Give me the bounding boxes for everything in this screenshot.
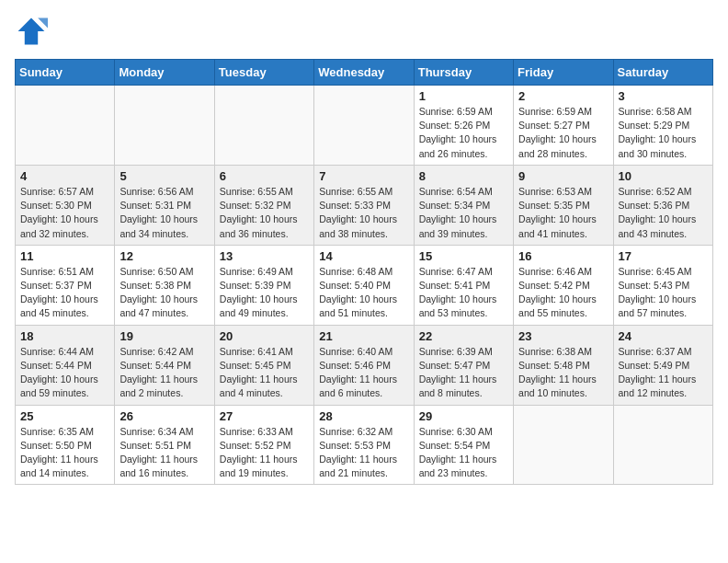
page-container: SundayMondayTuesdayWednesdayThursdayFrid…	[0, 0, 728, 494]
calendar-cell: 1Sunrise: 6:59 AM Sunset: 5:26 PM Daylig…	[414, 86, 513, 166]
day-number: 14	[319, 249, 408, 263]
calendar-cell: 12Sunrise: 6:50 AM Sunset: 5:38 PM Dayli…	[115, 245, 214, 325]
day-number: 12	[119, 249, 209, 263]
day-number: 27	[220, 409, 309, 423]
day-number: 16	[518, 249, 608, 263]
day-info: Sunrise: 6:42 AM Sunset: 5:44 PM Dayligh…	[119, 345, 209, 401]
day-info: Sunrise: 6:34 AM Sunset: 5:51 PM Dayligh…	[119, 425, 209, 481]
weekday-saturday: Saturday	[613, 60, 712, 86]
day-number: 26	[119, 409, 209, 423]
calendar-cell: 11Sunrise: 6:51 AM Sunset: 5:37 PM Dayli…	[16, 245, 115, 325]
header	[15, 15, 713, 48]
calendar-cell: 20Sunrise: 6:41 AM Sunset: 5:45 PM Dayli…	[214, 325, 313, 405]
calendar-cell: 9Sunrise: 6:53 AM Sunset: 5:35 PM Daylig…	[514, 165, 613, 245]
day-number: 7	[319, 169, 408, 183]
day-number: 21	[319, 329, 408, 343]
day-number: 20	[220, 329, 309, 343]
calendar-cell: 22Sunrise: 6:39 AM Sunset: 5:47 PM Dayli…	[414, 325, 513, 405]
day-info: Sunrise: 6:49 AM Sunset: 5:39 PM Dayligh…	[220, 265, 309, 321]
day-number: 4	[20, 169, 109, 183]
day-info: Sunrise: 6:53 AM Sunset: 5:35 PM Dayligh…	[518, 185, 608, 241]
calendar-cell: 19Sunrise: 6:42 AM Sunset: 5:44 PM Dayli…	[115, 325, 214, 405]
weekday-header-row: SundayMondayTuesdayWednesdayThursdayFrid…	[16, 60, 713, 86]
day-info: Sunrise: 6:57 AM Sunset: 5:30 PM Dayligh…	[20, 185, 109, 241]
day-info: Sunrise: 6:58 AM Sunset: 5:29 PM Dayligh…	[619, 105, 708, 161]
calendar-cell: 29Sunrise: 6:30 AM Sunset: 5:54 PM Dayli…	[414, 405, 513, 485]
calendar-cell: 14Sunrise: 6:48 AM Sunset: 5:40 PM Dayli…	[314, 245, 414, 325]
calendar-cell: 4Sunrise: 6:57 AM Sunset: 5:30 PM Daylig…	[16, 165, 115, 245]
calendar-cell: 28Sunrise: 6:32 AM Sunset: 5:53 PM Dayli…	[314, 405, 414, 485]
day-info: Sunrise: 6:39 AM Sunset: 5:47 PM Dayligh…	[419, 345, 508, 401]
calendar-cell	[514, 405, 613, 485]
calendar-cell: 24Sunrise: 6:37 AM Sunset: 5:49 PM Dayli…	[613, 325, 712, 405]
calendar-cell: 17Sunrise: 6:45 AM Sunset: 5:43 PM Dayli…	[613, 245, 712, 325]
day-info: Sunrise: 6:30 AM Sunset: 5:54 PM Dayligh…	[419, 425, 508, 481]
day-number: 15	[419, 249, 508, 263]
calendar-cell	[16, 86, 115, 166]
day-number: 25	[20, 409, 109, 423]
calendar-cell	[314, 86, 414, 166]
day-info: Sunrise: 6:33 AM Sunset: 5:52 PM Dayligh…	[220, 425, 309, 481]
day-number: 24	[619, 329, 708, 343]
calendar-cell: 2Sunrise: 6:59 AM Sunset: 5:27 PM Daylig…	[514, 86, 613, 166]
day-info: Sunrise: 6:56 AM Sunset: 5:31 PM Dayligh…	[119, 185, 209, 241]
calendar-cell: 25Sunrise: 6:35 AM Sunset: 5:50 PM Dayli…	[16, 405, 115, 485]
calendar-cell: 10Sunrise: 6:52 AM Sunset: 5:36 PM Dayli…	[613, 165, 712, 245]
day-number: 9	[518, 169, 608, 183]
weekday-thursday: Thursday	[414, 60, 513, 86]
day-number: 19	[119, 329, 209, 343]
logo-icon	[15, 15, 48, 48]
day-info: Sunrise: 6:46 AM Sunset: 5:42 PM Dayligh…	[518, 265, 608, 321]
weekday-sunday: Sunday	[16, 60, 115, 86]
day-number: 28	[319, 409, 408, 423]
calendar-cell	[115, 86, 214, 166]
calendar-cell: 27Sunrise: 6:33 AM Sunset: 5:52 PM Dayli…	[214, 405, 313, 485]
calendar-cell	[214, 86, 313, 166]
calendar-cell: 26Sunrise: 6:34 AM Sunset: 5:51 PM Dayli…	[115, 405, 214, 485]
calendar-cell: 21Sunrise: 6:40 AM Sunset: 5:46 PM Dayli…	[314, 325, 414, 405]
day-number: 8	[419, 169, 508, 183]
day-info: Sunrise: 6:44 AM Sunset: 5:44 PM Dayligh…	[20, 345, 109, 401]
day-info: Sunrise: 6:50 AM Sunset: 5:38 PM Dayligh…	[119, 265, 209, 321]
logo	[15, 15, 51, 48]
calendar-week-1: 4Sunrise: 6:57 AM Sunset: 5:30 PM Daylig…	[16, 165, 713, 245]
day-info: Sunrise: 6:45 AM Sunset: 5:43 PM Dayligh…	[619, 265, 708, 321]
day-info: Sunrise: 6:59 AM Sunset: 5:26 PM Dayligh…	[419, 105, 508, 161]
day-info: Sunrise: 6:37 AM Sunset: 5:49 PM Dayligh…	[619, 345, 708, 401]
day-number: 13	[220, 249, 309, 263]
day-number: 29	[419, 409, 508, 423]
weekday-wednesday: Wednesday	[314, 60, 414, 86]
calendar-week-3: 18Sunrise: 6:44 AM Sunset: 5:44 PM Dayli…	[16, 325, 713, 405]
calendar-cell: 8Sunrise: 6:54 AM Sunset: 5:34 PM Daylig…	[414, 165, 513, 245]
day-info: Sunrise: 6:59 AM Sunset: 5:27 PM Dayligh…	[518, 105, 608, 161]
day-number: 22	[419, 329, 508, 343]
day-info: Sunrise: 6:41 AM Sunset: 5:45 PM Dayligh…	[220, 345, 309, 401]
calendar-week-4: 25Sunrise: 6:35 AM Sunset: 5:50 PM Dayli…	[16, 405, 713, 485]
day-info: Sunrise: 6:38 AM Sunset: 5:48 PM Dayligh…	[518, 345, 608, 401]
calendar-cell: 5Sunrise: 6:56 AM Sunset: 5:31 PM Daylig…	[115, 165, 214, 245]
day-number: 5	[119, 169, 209, 183]
day-number: 17	[619, 249, 708, 263]
calendar-week-2: 11Sunrise: 6:51 AM Sunset: 5:37 PM Dayli…	[16, 245, 713, 325]
day-info: Sunrise: 6:51 AM Sunset: 5:37 PM Dayligh…	[20, 265, 109, 321]
calendar-cell	[613, 405, 712, 485]
calendar-week-0: 1Sunrise: 6:59 AM Sunset: 5:26 PM Daylig…	[16, 86, 713, 166]
day-info: Sunrise: 6:55 AM Sunset: 5:33 PM Dayligh…	[319, 185, 408, 241]
day-info: Sunrise: 6:54 AM Sunset: 5:34 PM Dayligh…	[419, 185, 508, 241]
calendar-cell: 16Sunrise: 6:46 AM Sunset: 5:42 PM Dayli…	[514, 245, 613, 325]
weekday-friday: Friday	[514, 60, 613, 86]
day-number: 6	[220, 169, 309, 183]
day-number: 2	[518, 89, 608, 103]
calendar-cell: 23Sunrise: 6:38 AM Sunset: 5:48 PM Dayli…	[514, 325, 613, 405]
calendar-cell: 7Sunrise: 6:55 AM Sunset: 5:33 PM Daylig…	[314, 165, 414, 245]
day-number: 1	[419, 89, 508, 103]
day-number: 18	[20, 329, 109, 343]
calendar-cell: 13Sunrise: 6:49 AM Sunset: 5:39 PM Dayli…	[214, 245, 313, 325]
day-number: 11	[20, 249, 109, 263]
calendar-cell: 6Sunrise: 6:55 AM Sunset: 5:32 PM Daylig…	[214, 165, 313, 245]
day-info: Sunrise: 6:47 AM Sunset: 5:41 PM Dayligh…	[419, 265, 508, 321]
day-info: Sunrise: 6:52 AM Sunset: 5:36 PM Dayligh…	[619, 185, 708, 241]
day-number: 3	[619, 89, 708, 103]
calendar-cell: 18Sunrise: 6:44 AM Sunset: 5:44 PM Dayli…	[16, 325, 115, 405]
calendar-cell: 15Sunrise: 6:47 AM Sunset: 5:41 PM Dayli…	[414, 245, 513, 325]
